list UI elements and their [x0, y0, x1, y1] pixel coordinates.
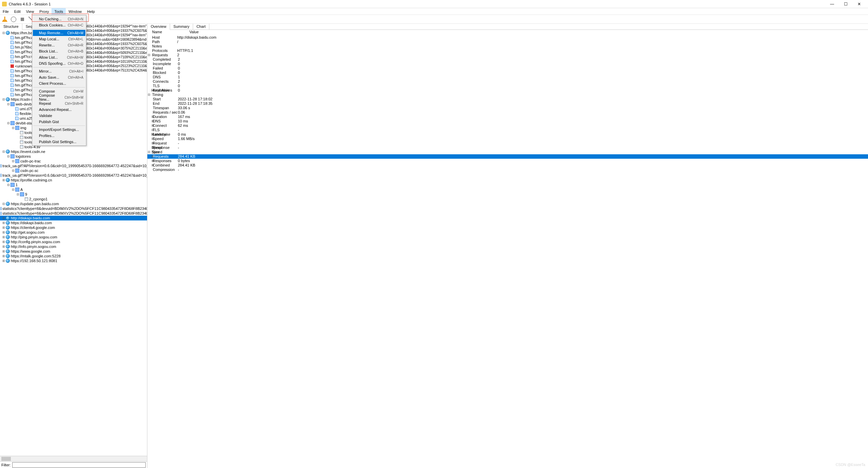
right-tab-summary[interactable]: Summary — [170, 24, 193, 30]
menu-item[interactable]: Advanced Repeat... — [33, 106, 85, 113]
expand-icon[interactable]: ⊞ — [147, 145, 151, 150]
right-tab-chart[interactable]: Chart — [193, 24, 209, 30]
expand-icon[interactable]: ⊞ — [147, 141, 151, 145]
expand-icon[interactable]: ⊟ — [7, 183, 10, 187]
tree-scrollbar[interactable] — [0, 456, 147, 461]
prop-row[interactable]: ⊟Size — [147, 150, 868, 154]
prop-row[interactable]: ⊞Responses0 bytes — [147, 159, 868, 163]
prop-row[interactable]: ⊞Request Speed- — [147, 141, 868, 145]
menu-item[interactable]: Compose New...Ctrl+Shift+M — [33, 94, 85, 100]
prop-row[interactable]: ⊞Response Speed- — [147, 145, 868, 150]
filter-input[interactable] — [12, 462, 146, 468]
expand-icon[interactable] — [7, 51, 10, 54]
expand-icon[interactable] — [7, 60, 10, 63]
tree-row[interactable]: ⊟https://update.pan.baidu.com — [0, 201, 147, 206]
expand-icon[interactable] — [147, 106, 151, 110]
prop-row[interactable]: ⊞Speed1.66 MB/s — [147, 137, 868, 141]
expand-icon[interactable]: ⊞ — [147, 115, 151, 119]
expand-icon[interactable]: ⊞ — [147, 123, 151, 128]
prop-row[interactable]: DNS1 — [147, 75, 868, 79]
menu-edit[interactable]: Edit — [12, 8, 23, 15]
menu-item[interactable]: Map Remote...Ctrl+Alt+M — [33, 30, 85, 36]
expand-icon[interactable]: ⊟ — [12, 188, 15, 191]
menu-tools[interactable]: Tools — [51, 8, 66, 15]
menu-item[interactable]: Profiles... — [33, 133, 85, 139]
menu-view[interactable]: View — [23, 8, 37, 15]
prop-row[interactable]: ⊞Connect62 ms — [147, 123, 868, 128]
expand-icon[interactable]: ⊞ — [2, 231, 5, 234]
prop-row[interactable]: Start2022-11-28 17:18:02 — [147, 97, 868, 101]
tree-row[interactable]: ⊞https://mtalk.google.com:5228 — [0, 254, 147, 258]
expand-icon[interactable]: ⊞ — [2, 255, 5, 258]
menu-item[interactable]: Rewrite...Ctrl+Alt+R — [33, 42, 85, 48]
prop-row[interactable]: Failed0 — [147, 66, 868, 71]
expand-icon[interactable] — [147, 97, 151, 101]
expand-icon[interactable]: ⊞ — [147, 119, 151, 123]
prop-row[interactable]: Timespan33.06 s — [147, 106, 868, 110]
prop-row[interactable]: ⊞Requests284.41 KB — [147, 154, 868, 159]
expand-icon[interactable]: ⊟ — [2, 150, 5, 153]
tree-row[interactable]: ⊟A — [0, 187, 147, 192]
record-icon[interactable] — [11, 17, 16, 22]
expand-icon[interactable] — [147, 84, 151, 88]
tree-row[interactable]: ⊟https://event.csdn.ne — [0, 149, 147, 154]
menu-item[interactable]: Block List...Ctrl+Alt+B — [33, 48, 85, 54]
expand-icon[interactable]: ⊟ — [147, 150, 151, 154]
prop-row[interactable]: ⊟Timing — [147, 93, 868, 97]
expand-icon[interactable]: ⊞ — [2, 245, 5, 248]
tree-row[interactable]: ⊞http://diskapi.baidu.com — [0, 216, 147, 220]
expand-icon[interactable] — [7, 46, 10, 49]
expand-icon[interactable]: ⊞ — [147, 128, 151, 132]
expand-icon[interactable]: ⊟ — [2, 32, 5, 35]
expand-icon[interactable]: ⊟ — [16, 193, 19, 196]
tree-row[interactable]: ⊟csdn-pc-trac — [0, 159, 147, 163]
tree-row[interactable]: ⊞https://profile.csdnimg.cn — [0, 178, 147, 182]
menu-item[interactable]: Allow List...Ctrl+Alt+W — [33, 54, 85, 60]
expand-icon[interactable] — [7, 74, 10, 77]
tree-row[interactable]: ⊟csdn-pc-sc — [0, 168, 147, 173]
tree-row[interactable]: track_ua.gif?APIVersion=0.6.0&cid=10_199… — [0, 173, 147, 178]
tree-row[interactable]: 2_cpongo1 — [0, 197, 147, 201]
expand-icon[interactable]: ⊞ — [147, 132, 151, 137]
tree-row[interactable]: ⊞http://info.pinyin.sogou.com — [0, 244, 147, 249]
tree-row[interactable]: ⊞https://192.168.50.121:8081 — [0, 258, 147, 263]
prop-row[interactable]: End2022-11-28 17:18:35 — [147, 101, 868, 106]
prop-row[interactable]: ⊞Latency0 ms — [147, 132, 868, 137]
expand-icon[interactable] — [147, 101, 151, 106]
menu-item[interactable]: Import/Export Settings... — [33, 126, 85, 133]
menu-item[interactable]: Mirror...Ctrl+Alt+I — [33, 68, 85, 74]
menu-item[interactable]: Map Local...Ctrl+Alt+L — [33, 36, 85, 42]
menu-item[interactable]: Client Process... — [33, 80, 85, 86]
stop-icon[interactable] — [21, 18, 24, 21]
expand-icon[interactable] — [147, 62, 151, 66]
expand-icon[interactable] — [7, 84, 10, 87]
menu-window[interactable]: Window — [66, 8, 84, 15]
expand-icon[interactable] — [7, 55, 10, 58]
tree-row[interactable]: ⊞https://clients4.google.com — [0, 225, 147, 230]
expand-icon[interactable]: ⊞ — [2, 217, 5, 220]
prop-row[interactable]: ⊞Combined284.41 KB — [147, 163, 868, 168]
tree-row[interactable]: ⊞http://config.pinyin.sogou.com — [0, 239, 147, 244]
expand-icon[interactable]: ⊟ — [147, 93, 151, 97]
menu-item[interactable]: DNS Spoofing...Ctrl+Alt+D — [33, 60, 85, 66]
expand-icon[interactable] — [7, 70, 10, 73]
expand-icon[interactable]: ⊟ — [2, 202, 5, 206]
expand-icon[interactable]: ⊞ — [147, 159, 151, 163]
prop-row[interactable]: Hosthttp://diskapi.baidu.com — [147, 35, 868, 40]
expand-icon[interactable] — [7, 36, 10, 39]
expand-icon[interactable] — [7, 41, 10, 44]
expand-icon[interactable]: ⊞ — [2, 259, 5, 262]
expand-icon[interactable] — [147, 44, 151, 48]
clear-icon[interactable] — [2, 17, 7, 22]
tools-menu-dropdown[interactable]: No Caching...Ctrl+Alt+NBlock Cookies...C… — [32, 15, 86, 146]
menu-item[interactable]: Publish Gist — [33, 119, 85, 125]
expand-icon[interactable] — [147, 66, 151, 71]
prop-row[interactable]: ⊞DNS10 ms — [147, 119, 868, 123]
expand-icon[interactable] — [147, 57, 151, 62]
expand-icon[interactable] — [16, 141, 19, 144]
expand-icon[interactable] — [16, 136, 19, 139]
expand-icon[interactable] — [147, 79, 151, 84]
expand-icon[interactable] — [16, 131, 19, 134]
menu-help[interactable]: Help — [84, 8, 98, 15]
left-tab-structure[interactable]: Structure — [0, 24, 22, 30]
